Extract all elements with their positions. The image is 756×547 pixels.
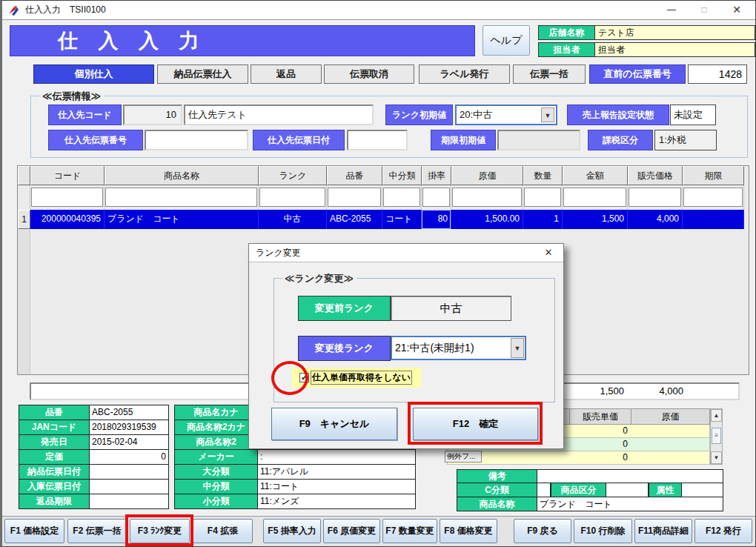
col-genka[interactable]: 原価 <box>451 166 523 185</box>
fkey-f5[interactable]: F5 掛率入力 <box>263 519 321 543</box>
cell-kakeritsu[interactable]: 80 <box>422 210 451 229</box>
filter-kigen[interactable] <box>683 185 744 210</box>
tab-label-hakko[interactable]: ラベル発行 <box>419 64 510 84</box>
biko-value[interactable] <box>537 469 723 483</box>
scroll-thumb[interactable]: ≡ <box>712 428 721 444</box>
fkey-f7[interactable]: F7 数量変更 <box>382 519 437 543</box>
cell-hinban[interactable]: ABC-2055 <box>327 210 382 229</box>
cell-name[interactable]: ブランド コート <box>105 210 259 229</box>
filter-kingaku[interactable] <box>563 185 628 210</box>
fkey-f1[interactable]: F1 価格設定 <box>4 519 64 543</box>
detail-value: ABC-2055 <box>90 405 169 420</box>
cell-genka[interactable]: 1,500.00 <box>451 210 523 229</box>
price-col-genka: 原価 <box>631 408 710 425</box>
price-table-scrollbar[interactable]: ▲ ≡ ▼ <box>710 408 723 465</box>
cell-kigen[interactable] <box>683 210 744 229</box>
scroll-down-icon[interactable]: ▼ <box>711 451 722 464</box>
help-button[interactable]: ヘルプ <box>483 25 530 56</box>
cell-kingaku[interactable]: 1,500 <box>563 210 628 229</box>
fkey-f9[interactable]: F9 戻る <box>514 519 571 543</box>
fkey-f2[interactable]: F2 伝票一括 <box>67 519 127 543</box>
filter-code[interactable] <box>30 185 105 210</box>
col-name[interactable]: 商品名称 <box>105 166 259 185</box>
fkey-f10[interactable]: F10 行削除 <box>574 519 632 543</box>
no-refetch-checkbox-label[interactable]: 仕入単価再取得をしない <box>311 371 412 385</box>
fkey-f12[interactable]: F12 発行 <box>694 519 752 543</box>
item-div-value <box>606 483 649 497</box>
filter-kakeritsu[interactable] <box>422 185 451 210</box>
attr-label: 属性 <box>649 483 682 497</box>
cancel-button[interactable]: F9 キャンセル <box>271 408 397 440</box>
tab-denpyo-torikeshi[interactable]: 伝票取消 <box>324 64 414 84</box>
term-default-label: 期限初期値 <box>431 130 496 150</box>
annotation-box-confirm-button <box>408 402 543 445</box>
supplier-code-field[interactable]: 10 <box>123 105 182 125</box>
supplier-name-field[interactable]: 仕入先テスト <box>184 105 374 125</box>
annotation-circle-checkbox <box>271 361 308 395</box>
tab-kobetsu-shiire[interactable]: 個別仕入 <box>33 64 154 84</box>
cell-suryo[interactable]: 1 <box>523 210 563 229</box>
staff-value: 担当者 <box>595 43 755 56</box>
scroll-up-icon[interactable]: ▲ <box>711 409 722 422</box>
detail-value: 2015-02-04 <box>90 434 169 450</box>
detail-value: : <box>258 449 416 465</box>
close-icon[interactable]: ✕ <box>721 1 752 19</box>
detail-label: 中分類 <box>174 479 258 494</box>
exception-flag-label: 例外フ... <box>445 451 482 463</box>
fkey-f6[interactable]: F6 原価変更 <box>323 519 380 543</box>
fkey-f4[interactable]: F4 拡張 <box>193 519 253 543</box>
cell-hanbai[interactable]: 4,000 <box>628 210 683 229</box>
chevron-down-icon[interactable]: ▼ <box>511 338 524 358</box>
store-value: テスト店 <box>595 26 755 39</box>
col-kakeritsu[interactable]: 掛率 <box>422 166 451 185</box>
minimize-icon[interactable]: — <box>656 1 687 19</box>
supplier-slip-date-field[interactable] <box>347 130 408 150</box>
cell-rank[interactable]: 中古 <box>259 210 327 229</box>
supplier-slip-no-field[interactable] <box>145 130 248 150</box>
dialog-close-icon[interactable]: ✕ <box>538 245 559 260</box>
detail-label: 商品名カナ <box>174 405 258 420</box>
annotation-box-f3-key <box>125 514 193 546</box>
col-suryo[interactable]: 数量 <box>523 166 563 185</box>
c-class-value <box>537 483 551 497</box>
filter-rank[interactable] <box>259 185 327 210</box>
filter-name[interactable] <box>105 185 259 210</box>
grid-header-row: コード 商品名称 ランク 品番 中分類 掛率 原価 数量 金額 販売価格 期限 <box>18 166 749 185</box>
col-kingaku[interactable]: 金額 <box>563 166 628 185</box>
filter-hanbai[interactable] <box>628 185 683 210</box>
store-field: 店舗名称 テスト店 <box>538 25 755 40</box>
col-chubunrui[interactable]: 中分類 <box>382 166 422 185</box>
chevron-down-icon[interactable]: ▼ <box>541 107 554 122</box>
filter-hinban[interactable] <box>327 185 382 210</box>
dialog-title-bar[interactable]: ランク変更 ✕ <box>249 244 563 262</box>
tax-div-value: 1:外税 <box>654 130 717 150</box>
store-label: 店舗名称 <box>539 26 595 39</box>
title-bar: 仕入入力 TSII0100 — □ ✕ <box>2 1 755 20</box>
item-name-label: 商品名称 <box>457 497 537 511</box>
prev-slip-value: 1428 <box>688 64 747 84</box>
col-rank[interactable]: ランク <box>259 166 327 185</box>
tab-denpyo-ikkatsu[interactable]: 伝票一括 <box>513 64 586 84</box>
tab-nohin-denpyo[interactable]: 納品伝票仕入 <box>157 64 248 84</box>
after-rank-combobox[interactable]: 21:中古(未開封1) ▼ <box>391 336 526 360</box>
col-hanbai[interactable]: 販売価格 <box>628 166 683 185</box>
tax-div-label: 課税区分 <box>588 130 653 150</box>
filter-genka[interactable] <box>451 185 523 210</box>
col-kigen[interactable]: 期限 <box>683 166 744 185</box>
col-code[interactable]: コード <box>30 166 105 185</box>
fkey-f8[interactable]: F8 価格変更 <box>440 519 497 543</box>
tab-henpin[interactable]: 返品 <box>251 64 322 84</box>
detail-label: 入庫伝票日付 <box>19 479 90 494</box>
maximize-icon[interactable]: □ <box>689 1 720 19</box>
cell-code[interactable]: 200000040395 <box>30 210 105 229</box>
item-name-value: ブランド コート <box>537 497 723 511</box>
col-hinban[interactable]: 品番 <box>327 166 382 185</box>
fkey-f11[interactable]: F11商品詳細 <box>634 519 692 543</box>
app-icon <box>7 4 19 16</box>
table-row[interactable]: 1 200000040395 ブランド コート 中古 ABC-2055 コート … <box>18 210 749 229</box>
filter-chubunrui[interactable] <box>382 185 422 210</box>
grid-filter-row <box>18 185 749 210</box>
filter-suryo[interactable] <box>523 185 563 210</box>
cell-chubunrui[interactable]: コート <box>382 210 422 229</box>
rank-default-combobox[interactable]: 20:中古 ▼ <box>455 105 557 125</box>
